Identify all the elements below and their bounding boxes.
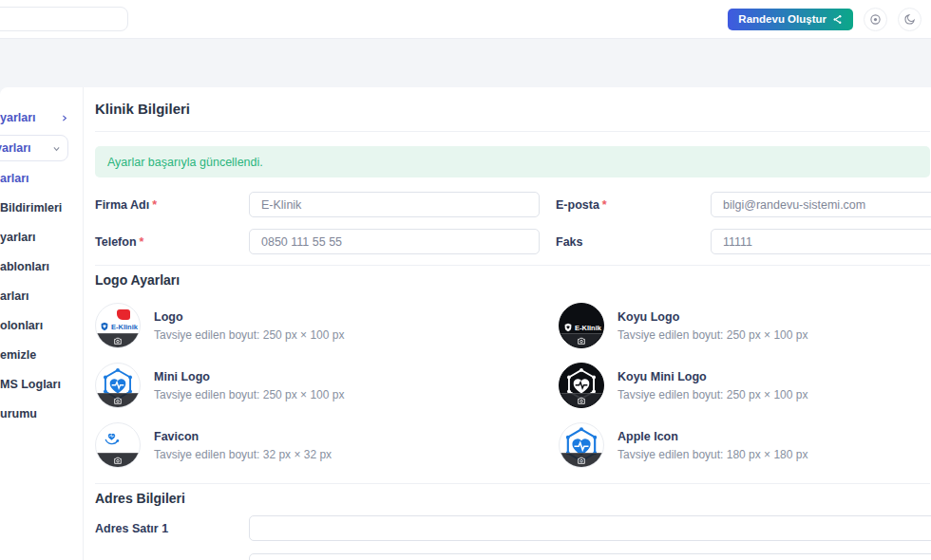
logo-item-hint: Tavsiye edilen boyut: 250 px × 100 px bbox=[618, 328, 808, 342]
logo-item-favicon: Favicon Tavsiye edilen boyut: 32 px × 32… bbox=[95, 422, 559, 468]
eposta-input[interactable] bbox=[711, 192, 931, 217]
logo-upload-avatar[interactable]: E-Klinik bbox=[95, 303, 141, 348]
sidebar-item-label: yarları bbox=[0, 141, 31, 155]
success-alert: Ayarlar başarıyla güncellendi. bbox=[95, 146, 930, 177]
logo-item-title: Logo bbox=[154, 310, 344, 324]
address-line1-row: Adres Satır 1 bbox=[95, 515, 930, 541]
settings-sidebar: yarları yarları arları Bildirimleri yarl… bbox=[0, 87, 84, 560]
logo-item-title: Koyu Logo bbox=[618, 310, 808, 324]
create-appointment-button[interactable]: Randevu Oluştur bbox=[728, 9, 853, 30]
sidebar-item-label: urumu bbox=[0, 407, 37, 420]
sidebar-item-10[interactable]: urumu bbox=[0, 404, 83, 423]
sidebar-item-label: arları bbox=[0, 172, 29, 185]
sidebar-item-7[interactable]: olonları bbox=[0, 316, 83, 335]
heart-swoosh-icon bbox=[103, 428, 121, 446]
sidebar-item-label: yarları bbox=[0, 231, 36, 244]
faks-input[interactable] bbox=[711, 229, 931, 254]
field-label-adres-satir-1: Adres Satır 1 bbox=[95, 522, 249, 535]
logo-item-title: Apple Icon bbox=[618, 430, 808, 443]
share-nodes-icon bbox=[832, 14, 843, 25]
sidebar-item-label: Bildirimleri bbox=[0, 201, 62, 215]
upload-overlay bbox=[96, 453, 140, 467]
sidebar-item-label: ablonları bbox=[0, 260, 49, 273]
apple-icon-upload-avatar[interactable] bbox=[559, 422, 604, 468]
clinic-info-form: Firma Adı* E-posta* Telefon* Faks bbox=[95, 192, 930, 254]
logo-item-title: Mini Logo bbox=[154, 370, 344, 383]
upload-overlay bbox=[560, 393, 603, 407]
sidebar-item-5[interactable]: ablonları bbox=[0, 257, 83, 276]
camera-icon bbox=[113, 336, 123, 345]
brand-red-mark bbox=[117, 309, 130, 320]
divider bbox=[95, 265, 930, 266]
divider bbox=[95, 483, 930, 484]
sidebar-item-label: MS Logları bbox=[0, 378, 61, 391]
telefon-input[interactable] bbox=[249, 229, 540, 254]
mini-logo-upload-avatar[interactable] bbox=[95, 363, 141, 408]
page-title: Klinik Bilgileri bbox=[95, 101, 930, 117]
logo-item-hint: Tavsiye edilen boyut: 250 px × 100 px bbox=[618, 388, 808, 401]
upload-overlay bbox=[96, 393, 140, 407]
logo-item-hint: Tavsiye edilen boyut: 32 px × 32 px bbox=[154, 448, 332, 461]
logo-item-title: Koyu Mini Logo bbox=[618, 370, 808, 383]
sidebar-item-1[interactable]: yarları bbox=[0, 135, 68, 161]
global-search-input[interactable] bbox=[0, 7, 128, 31]
firma-adi-input[interactable] bbox=[249, 192, 540, 217]
dark-mini-logo-upload-avatar[interactable] bbox=[559, 363, 604, 408]
logo-item-hint: Tavsiye edilen boyut: 180 px × 180 px bbox=[618, 448, 808, 461]
address-section-title: Adres Bilgileri bbox=[95, 491, 930, 506]
moon-icon bbox=[903, 13, 916, 26]
favicon-upload-avatar[interactable] bbox=[95, 422, 141, 468]
camera-icon bbox=[577, 396, 586, 405]
sidebar-item-label: arları bbox=[0, 289, 29, 303]
dark-mode-toggle-button[interactable] bbox=[898, 8, 922, 31]
success-alert-text: Ayarlar başarıyla güncellendi. bbox=[107, 156, 263, 169]
field-label-telefon: Telefon* bbox=[95, 235, 249, 249]
logo-item-title: Favicon bbox=[154, 430, 332, 443]
field-label-firma-adi: Firma Adı* bbox=[95, 198, 249, 212]
topbar: Randevu Oluştur bbox=[0, 0, 931, 39]
upload-overlay bbox=[560, 333, 603, 347]
camera-icon bbox=[113, 396, 123, 405]
sidebar-item-label: emizle bbox=[0, 348, 36, 362]
field-label-eposta: E-posta* bbox=[556, 198, 711, 212]
sidebar-item-6[interactable]: arları bbox=[0, 287, 83, 306]
adres-satir-1-input[interactable] bbox=[249, 515, 931, 541]
sidebar-item-label: yarları bbox=[0, 111, 36, 124]
dark-logo-upload-avatar[interactable]: E-Klinik bbox=[559, 303, 604, 348]
sidebar-item-4[interactable]: yarları bbox=[0, 228, 83, 247]
divider bbox=[95, 131, 930, 132]
sidebar-item-9[interactable]: MS Logları bbox=[0, 375, 83, 394]
camera-icon bbox=[577, 456, 586, 465]
settings-card: yarları yarları arları Bildirimleri yarl… bbox=[0, 87, 931, 560]
required-asterisk: * bbox=[140, 235, 144, 249]
required-asterisk: * bbox=[602, 198, 607, 212]
theme-customizer-button[interactable] bbox=[864, 8, 887, 31]
adres-satir-2-input[interactable] bbox=[249, 553, 931, 560]
camera-icon bbox=[577, 336, 586, 345]
shield-heart-icon bbox=[563, 323, 573, 332]
logo-item-apple-icon: Apple Icon Tavsiye edilen boyut: 180 px … bbox=[559, 422, 930, 468]
record-circle-icon bbox=[869, 13, 882, 26]
upload-overlay bbox=[96, 333, 140, 347]
topbar-actions: Randevu Oluştur bbox=[728, 8, 922, 31]
logo-item-koyu-logo: E-Klinik Koyu Logo Tavsiye edilen boyut:… bbox=[559, 303, 930, 348]
sidebar-item-label: olonları bbox=[0, 319, 43, 332]
logo-item-koyu-mini-logo: Koyu Mini Logo Tavsiye edilen boyut: 250… bbox=[559, 363, 930, 408]
create-appointment-label: Randevu Oluştur bbox=[738, 13, 826, 25]
sidebar-item-3[interactable]: Bildirimleri bbox=[0, 198, 83, 217]
logo-item-logo: E-Klinik Logo Tavsiye edilen boyut: 250 … bbox=[95, 303, 559, 348]
address-line2-row bbox=[95, 553, 930, 560]
field-label-faks: Faks bbox=[556, 235, 711, 249]
sidebar-item-0[interactable]: yarları bbox=[0, 108, 68, 127]
logo-item-hint: Tavsiye edilen boyut: 250 px × 100 px bbox=[154, 388, 344, 401]
logo-section-title: Logo Ayarları bbox=[95, 272, 930, 288]
sidebar-item-2[interactable]: arları bbox=[0, 169, 83, 188]
logo-item-hint: Tavsiye edilen boyut: 250 px × 100 px bbox=[154, 328, 344, 342]
shield-heart-icon bbox=[100, 322, 109, 331]
required-asterisk: * bbox=[152, 198, 157, 212]
logo-item-mini-logo: Mini Logo Tavsiye edilen boyut: 250 px ×… bbox=[95, 363, 559, 408]
logo-settings-grid: E-Klinik Logo Tavsiye edilen boyut: 250 … bbox=[95, 303, 930, 468]
clinic-settings-panel: Klinik Bilgileri Ayarlar başarıyla günce… bbox=[84, 87, 930, 560]
upload-overlay bbox=[560, 453, 603, 467]
sidebar-item-8[interactable]: emizle bbox=[0, 345, 83, 364]
